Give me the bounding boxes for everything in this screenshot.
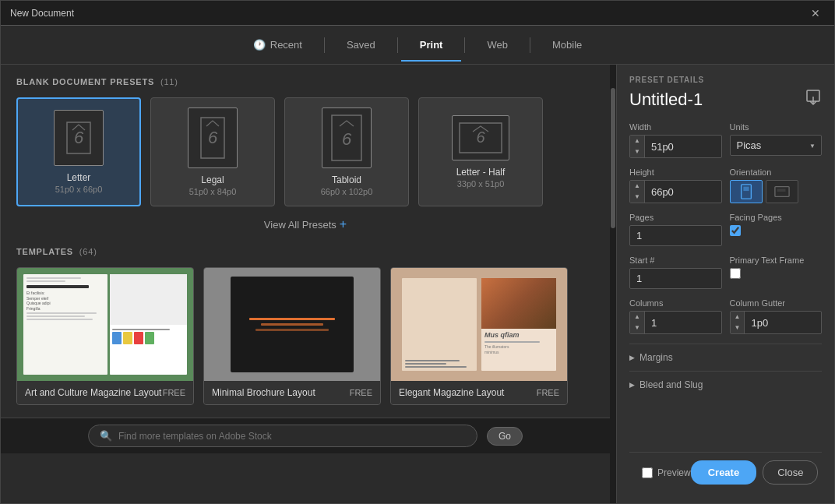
preset-legal-name: Legal	[201, 174, 224, 185]
start-input[interactable]	[629, 268, 722, 289]
column-gutter-up-arrow[interactable]: ▲	[731, 312, 745, 322]
template-minimal-brochure-thumb	[204, 268, 380, 381]
recent-icon: 🕐	[253, 39, 266, 51]
view-all-label: View All Presets	[264, 219, 336, 231]
tab-mobile-label: Mobile	[552, 39, 582, 51]
go-button[interactable]: Go	[487, 427, 523, 446]
preset-legal[interactable]: 6 Legal 51p0 x 84p0	[150, 97, 275, 206]
search-input[interactable]	[118, 431, 466, 442]
pages-input[interactable]	[629, 225, 722, 246]
margins-label: Margins	[639, 352, 673, 363]
preset-letter-half-size: 33p0 x 51p0	[457, 179, 505, 189]
column-gutter-group: Column Gutter ▲ ▼	[730, 298, 823, 334]
nav-bar: 🕐 Recent Saved Print Web Mobile	[1, 26, 834, 65]
height-down-arrow[interactable]: ▼	[630, 192, 644, 203]
template-art-culture-name: Art and Culture Magazine Layout	[25, 387, 161, 398]
height-label: Height	[629, 167, 722, 177]
main-content: BLANK DOCUMENT PRESETS (11) 6 Le	[1, 65, 834, 503]
height-up-arrow[interactable]: ▲	[630, 181, 644, 192]
window-title: New Document	[10, 8, 74, 19]
pages-label: Pages	[629, 213, 722, 222]
bleed-slug-section[interactable]: ▶ Bleed and Slug	[629, 371, 822, 398]
primary-text-frame-checkbox[interactable]	[730, 268, 741, 279]
tab-web[interactable]: Web	[468, 28, 527, 62]
margins-section[interactable]: ▶ Margins	[629, 344, 822, 371]
columns-input[interactable]	[645, 312, 721, 333]
preset-letter-icon: 6	[54, 110, 104, 166]
width-units-row: Width ▲ ▼ Units Picas Inches	[629, 122, 822, 158]
nav-divider-3	[464, 37, 465, 53]
width-input[interactable]	[645, 136, 721, 157]
template-art-culture-badge: FREE	[163, 388, 185, 397]
template-minimal-brochure-name: Minimal Brochure Layout	[212, 387, 315, 398]
blank-presets-section: BLANK DOCUMENT PRESETS (11) 6 Le	[16, 77, 594, 231]
units-label: Units	[730, 122, 823, 132]
columns-down-arrow[interactable]: ▼	[630, 322, 644, 333]
column-gutter-input[interactable]	[745, 312, 821, 333]
svg-text:6: 6	[476, 129, 485, 146]
templates-header: TEMPLATES (64)	[16, 247, 594, 256]
svg-text:6: 6	[342, 129, 352, 149]
tab-mobile[interactable]: Mobile	[534, 28, 601, 62]
facing-pages-checkbox[interactable]	[730, 225, 741, 236]
height-stepper: ▲ ▼	[629, 180, 722, 203]
view-all-presets[interactable]: View All Presets +	[16, 217, 594, 231]
preset-letter[interactable]: 6 Letter 51p0 x 66p0	[16, 97, 141, 206]
nav-divider	[324, 37, 325, 53]
template-minimal-brochure[interactable]: Minimal Brochure Layout FREE	[203, 267, 381, 405]
nav-divider-4	[530, 37, 530, 53]
create-button[interactable]: Create	[691, 460, 756, 485]
units-group: Units Picas Inches Millimeters Centimete…	[730, 122, 823, 158]
columns-stepper: ▲ ▼	[629, 311, 722, 334]
units-select-wrap: Picas Inches Millimeters Centimeters Poi…	[730, 135, 823, 156]
template-art-culture[interactable]: Et facilisis:Semper eleifQuisque adipiFr…	[16, 267, 194, 405]
right-panel: PRESET DETAILS Untitled-1 Width	[616, 65, 834, 503]
units-select[interactable]: Picas Inches Millimeters Centimeters Poi…	[730, 135, 823, 156]
templates-section: TEMPLATES (64)	[16, 247, 594, 405]
search-icon: 🔍	[100, 430, 112, 442]
template-art-culture-thumb: Et facilisis:Semper eleifQuisque adipiFr…	[17, 268, 193, 381]
scrollbar[interactable]	[610, 65, 616, 503]
height-input[interactable]	[645, 181, 721, 203]
width-down-arrow[interactable]: ▼	[630, 146, 644, 157]
facing-pages-group: Facing Pages	[730, 213, 823, 246]
portrait-button[interactable]	[730, 180, 763, 203]
pages-facing-row: Pages Facing Pages	[629, 213, 822, 246]
preview-checkbox[interactable]	[642, 467, 653, 478]
blank-presets-header: BLANK DOCUMENT PRESETS (11)	[16, 77, 594, 86]
brochure-visual	[231, 277, 354, 372]
template-elegant-mag-name: Elegant Magazine Layout	[399, 387, 504, 398]
template-elegant-mag[interactable]: Mus qfiam The illumatorsminimus Elegant …	[390, 267, 568, 405]
column-gutter-down-arrow[interactable]: ▼	[731, 322, 745, 333]
facing-pages-label: Facing Pages	[730, 213, 823, 222]
preview-label: Preview	[657, 467, 691, 478]
nav-divider-2	[397, 37, 398, 53]
search-input-wrap: 🔍	[88, 425, 477, 447]
preset-tabloid-name: Tabloid	[332, 174, 361, 185]
title-bar: New Document ✕	[1, 1, 834, 26]
save-preset-button[interactable]	[805, 89, 822, 110]
tab-recent[interactable]: 🕐 Recent	[234, 28, 321, 62]
preset-letter-size: 51p0 x 66p0	[55, 185, 103, 194]
columns-group: Columns ▲ ▼	[629, 298, 722, 334]
template-elegant-mag-thumb: Mus qfiam The illumatorsminimus	[391, 268, 567, 381]
bottom-bar: Preview Create Close	[629, 452, 822, 492]
preset-tabloid[interactable]: 6 Tabloid 66p0 x 102p0	[284, 97, 409, 206]
columns-up-arrow[interactable]: ▲	[630, 312, 644, 322]
start-group: Start #	[629, 256, 722, 289]
landscape-button[interactable]	[766, 180, 798, 203]
tab-print[interactable]: Print	[401, 28, 462, 62]
tab-saved[interactable]: Saved	[328, 28, 394, 62]
svg-text:6: 6	[74, 128, 84, 147]
window-close-button[interactable]: ✕	[806, 5, 825, 21]
left-panel: BLANK DOCUMENT PRESETS (11) 6 Le	[1, 65, 610, 503]
column-gutter-label: Column Gutter	[730, 298, 823, 308]
tab-saved-label: Saved	[347, 39, 375, 51]
width-up-arrow[interactable]: ▲	[630, 136, 644, 146]
preset-title-row: Untitled-1	[629, 89, 822, 110]
close-button[interactable]: Close	[763, 460, 818, 485]
preset-legal-icon: 6	[188, 107, 238, 168]
height-orientation-row: Height ▲ ▼ Orientation	[629, 167, 822, 203]
preset-letter-half[interactable]: 6 Letter - Half 33p0 x 51p0	[418, 97, 543, 206]
tab-recent-label: Recent	[270, 39, 302, 51]
